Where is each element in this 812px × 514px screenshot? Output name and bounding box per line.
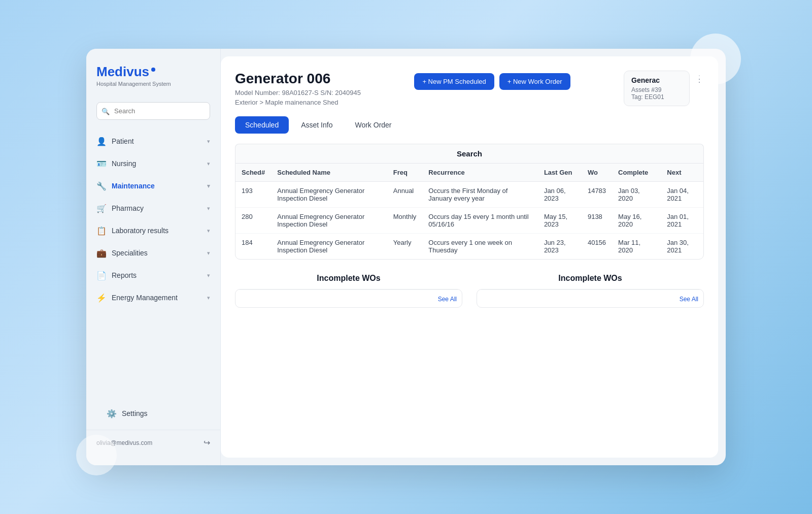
chevron-maintenance: ▾ <box>207 183 210 189</box>
col-recurrence: Recurrence <box>422 164 538 182</box>
search-box: 🔍 <box>96 102 210 120</box>
col-schednum: Sched# <box>235 164 271 182</box>
sidebar-item-maintenance[interactable]: 🔧 Maintenance ▾ <box>86 175 220 197</box>
sidebar-item-settings[interactable]: ⚙️ Settings <box>96 402 210 425</box>
tab-scheduled[interactable]: Scheduled <box>235 116 289 134</box>
sidebar-item-patient[interactable]: 👤 Patient ▾ <box>86 130 220 152</box>
col-next: Next <box>661 164 703 182</box>
chevron-pharmacy: ▾ <box>207 205 210 212</box>
settings-icon: ⚙️ <box>107 408 117 419</box>
sidebar-item-reports[interactable]: 📄 Reports ▾ <box>86 264 220 286</box>
scheduled-table-body: 193Annual Emegrency Generator Inspection… <box>235 182 703 260</box>
deco-circle-tl <box>76 435 117 475</box>
incomplete-right-table-wrapper: See All <box>477 289 704 308</box>
incomplete-section: Incomplete WOs <box>235 274 704 308</box>
scheduled-header-row: Sched#Scheduled NameFreqRecurrenceLast G… <box>235 164 703 182</box>
sidebar-item-label-maintenance: Maintenance <box>112 182 155 190</box>
reports-icon: 📄 <box>96 270 107 280</box>
app-window: Medivus Hospital Management System 🔍 👤 P… <box>86 49 726 465</box>
header-right-wrap: Generac Assets #39 Tag: EEG01 ⋮ <box>624 71 704 106</box>
see-all-left: See All <box>235 290 462 307</box>
outer-container: Medivus Hospital Management System 🔍 👤 P… <box>86 49 726 465</box>
chevron-laboratory: ▾ <box>207 228 210 234</box>
sidebar-item-label-specialities: Specialities <box>112 249 148 257</box>
header-left: Generator 006 Model Number: 98A01627-S S… <box>235 71 361 106</box>
header-center: + New PM Scheduled + New Work Order <box>414 71 570 90</box>
incomplete-card-left: Incomplete WOs <box>235 274 462 308</box>
tab-asset_info[interactable]: Asset Info <box>291 116 343 134</box>
nav-items: 👤 Patient ▾ 🪪 Nursing ▾ 🔧 Maintenance ▾ … <box>86 130 220 397</box>
main-content: Generator 006 Model Number: 98A01627-S S… <box>221 56 718 458</box>
scheduled-table-head: Sched#Scheduled NameFreqRecurrenceLast G… <box>235 164 703 182</box>
logo-dot <box>151 68 155 72</box>
search-input[interactable] <box>96 102 210 120</box>
patient-icon: 👤 <box>96 136 107 146</box>
see-all-right-link[interactable]: See All <box>680 296 698 303</box>
search-section-label: Search <box>235 144 704 163</box>
chevron-specialities: ▾ <box>207 250 210 256</box>
scheduled-table-wrapper: Sched#Scheduled NameFreqRecurrenceLast G… <box>235 163 704 260</box>
chevron-energy: ▾ <box>207 295 210 301</box>
sidebar-item-energy[interactable]: ⚡ Energy Management ▾ <box>86 286 220 309</box>
new-pm-button[interactable]: + New PM Scheduled <box>414 73 494 90</box>
search-icon: 🔍 <box>101 107 110 115</box>
asset-card-assets: Assets #39 <box>631 86 682 93</box>
specialities-icon: 💼 <box>96 248 107 258</box>
logo-area: Medivus Hospital Management System <box>86 64 220 97</box>
see-all-right: See All <box>477 290 703 307</box>
sidebar-item-specialities[interactable]: 💼 Specialities ▾ <box>86 242 220 264</box>
breadcrumb: Exterior > Maple mainenance Shed <box>235 99 361 106</box>
chevron-reports: ▾ <box>207 272 210 279</box>
page-header: Generator 006 Model Number: 98A01627-S S… <box>235 71 704 106</box>
chevron-nursing: ▾ <box>207 160 210 167</box>
col-scheduled-name: Scheduled Name <box>271 164 387 182</box>
incomplete-card-right: Incomplete WOs <box>477 274 704 308</box>
pharmacy-icon: 🛒 <box>96 203 107 213</box>
table-row: 184Annual Emegrency Generator Inspection… <box>235 234 703 260</box>
incomplete-right-title: Incomplete WOs <box>477 274 704 283</box>
table-row: 193Annual Emegrency Generator Inspection… <box>235 182 703 208</box>
settings-label: Settings <box>122 409 148 417</box>
asset-card-title: Generac <box>631 76 682 84</box>
maintenance-icon: 🔧 <box>96 181 107 191</box>
sidebar-item-label-pharmacy: Pharmacy <box>112 204 144 212</box>
incomplete-left-title: Incomplete WOs <box>235 274 462 283</box>
tab-work_order[interactable]: Work Order <box>345 116 401 134</box>
col-complete: Complete <box>612 164 661 182</box>
logout-icon[interactable]: ↪ <box>204 438 210 447</box>
see-all-left-link[interactable]: See All <box>438 296 457 303</box>
sidebar-item-nursing[interactable]: 🪪 Nursing ▾ <box>86 152 220 175</box>
laboratory-icon: 📋 <box>96 226 107 236</box>
new-wo-button[interactable]: + New Work Order <box>499 73 570 90</box>
sidebar: Medivus Hospital Management System 🔍 👤 P… <box>86 49 221 465</box>
table-row: 280Annual Emegrency Generator Inspection… <box>235 208 703 234</box>
sidebar-item-label-energy: Energy Management <box>112 294 178 302</box>
incomplete-left-table-wrapper: See All <box>235 289 462 308</box>
sidebar-item-label-reports: Reports <box>112 271 137 279</box>
col-freq: Freq <box>387 164 423 182</box>
tabs: ScheduledAsset InfoWork Order <box>235 116 704 134</box>
chevron-patient: ▾ <box>207 138 210 145</box>
energy-icon: ⚡ <box>96 293 107 303</box>
model-number: Model Number: 98A01627-S S/N: 2040945 <box>235 89 361 97</box>
sidebar-item-pharmacy[interactable]: 🛒 Pharmacy ▾ <box>86 197 220 219</box>
page-title: Generator 006 <box>235 71 361 87</box>
nursing-icon: 🪪 <box>96 158 107 169</box>
sidebar-item-laboratory[interactable]: 📋 Laboratory results ▾ <box>86 219 220 242</box>
logo-subtitle: Hospital Management System <box>96 81 210 87</box>
sidebar-item-label-laboratory: Laboratory results <box>112 227 168 235</box>
logo: Medivus <box>96 64 210 80</box>
sidebar-item-label-nursing: Nursing <box>112 159 136 168</box>
asset-card: Generac Assets #39 Tag: EEG01 <box>624 71 690 106</box>
logo-label: Medivus <box>96 64 149 80</box>
scheduled-table: Sched#Scheduled NameFreqRecurrenceLast G… <box>235 164 703 259</box>
col-wo: Wo <box>582 164 612 182</box>
col-last-gen: Last Gen <box>538 164 582 182</box>
deco-circle-tr <box>690 34 741 84</box>
sidebar-item-label-patient: Patient <box>112 137 134 145</box>
asset-card-tag: Tag: EEG01 <box>631 93 682 101</box>
